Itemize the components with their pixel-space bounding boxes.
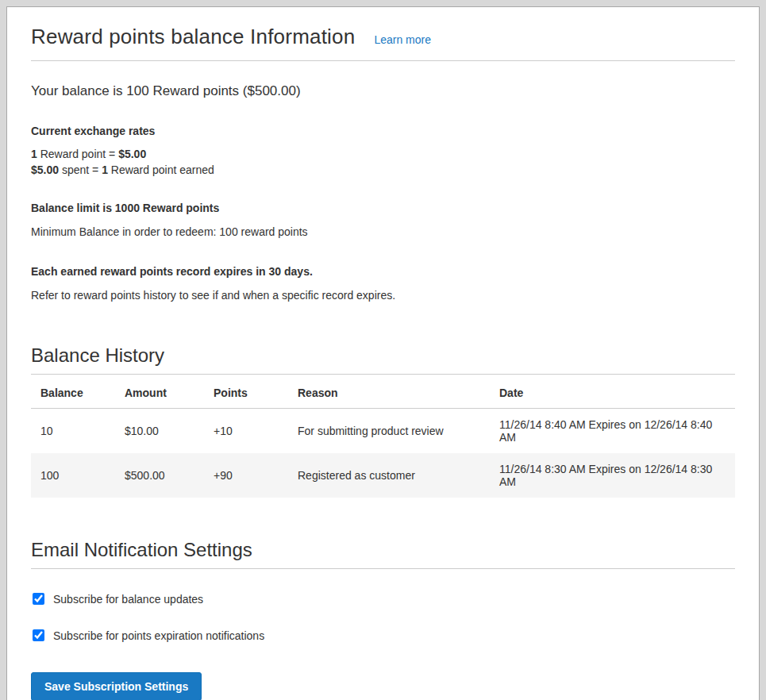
column-header-points: Points bbox=[204, 376, 288, 409]
rate2-amount: $5.00 bbox=[31, 163, 59, 176]
expiration-heading: Each earned reward points record expires… bbox=[31, 265, 735, 278]
rate1-text: Reward point = bbox=[37, 148, 118, 160]
points-expiration-option: Subscribe for points expiration notifica… bbox=[31, 629, 735, 642]
expiration-note: Refer to reward points history to see if… bbox=[31, 288, 735, 303]
cell-reason: Registered as customer bbox=[288, 453, 490, 498]
balance-limit-heading: Balance limit is 1000 Reward points bbox=[31, 202, 735, 214]
cell-date: 11/26/14 8:30 AM Expires on 12/26/14 8:3… bbox=[490, 453, 735, 498]
cell-points: +90 bbox=[204, 453, 288, 498]
rate2-text-1: spent = bbox=[59, 163, 102, 176]
cell-date: 11/26/14 8:40 AM Expires on 12/26/14 8:4… bbox=[490, 408, 735, 453]
balance-updates-checkbox[interactable] bbox=[33, 593, 44, 605]
column-header-reason: Reason bbox=[288, 376, 490, 409]
cell-amount: $500.00 bbox=[115, 453, 204, 498]
page-title: Reward points balance Information bbox=[31, 25, 355, 49]
table-row: 100 $500.00 +90 Registered as customer 1… bbox=[31, 453, 735, 498]
balance-history-heading: Balance History bbox=[31, 344, 735, 367]
cell-balance: 10 bbox=[31, 408, 115, 453]
rate2-text-2: Reward point earned bbox=[108, 163, 214, 176]
column-header-amount: Amount bbox=[115, 376, 204, 409]
points-expiration-label: Subscribe for points expiration notifica… bbox=[53, 629, 264, 642]
table-row: 10 $10.00 +10 For submitting product rev… bbox=[31, 408, 735, 453]
cell-amount: $10.00 bbox=[115, 408, 204, 453]
cell-balance: 100 bbox=[31, 453, 115, 498]
divider bbox=[31, 60, 735, 61]
cell-reason: For submitting product review bbox=[288, 408, 490, 453]
rate1-points: 1 bbox=[31, 148, 37, 160]
exchange-rate-line-2: $5.00 spent = 1 Reward point earned bbox=[31, 163, 735, 176]
cell-points: +10 bbox=[204, 408, 288, 453]
reward-points-card: Reward points balance Information Learn … bbox=[6, 6, 760, 700]
table-header: Balance Amount Points Reason Date bbox=[31, 376, 735, 409]
balance-history-table: Balance Amount Points Reason Date 10 $10… bbox=[31, 376, 735, 498]
divider bbox=[31, 568, 735, 569]
balance-summary: Your balance is 100 Reward points ($500.… bbox=[31, 83, 735, 99]
rate1-amount: $5.00 bbox=[118, 148, 146, 160]
save-subscription-settings-button[interactable]: Save Subscription Settings bbox=[31, 672, 202, 700]
rate2-points: 1 bbox=[102, 163, 108, 176]
page-header: Reward points balance Information Learn … bbox=[31, 25, 735, 49]
balance-updates-option: Subscribe for balance updates bbox=[31, 593, 735, 606]
divider bbox=[31, 374, 735, 375]
email-notification-settings-heading: Email Notification Settings bbox=[31, 539, 735, 561]
points-expiration-checkbox[interactable] bbox=[33, 629, 44, 641]
header-row: Balance Amount Points Reason Date bbox=[31, 376, 735, 409]
exchange-rate-line-1: 1 Reward point = $5.00 bbox=[31, 148, 735, 160]
column-header-balance: Balance bbox=[31, 376, 115, 409]
exchange-rates-heading: Current exchange rates bbox=[31, 125, 735, 137]
column-header-date: Date bbox=[490, 376, 735, 409]
learn-more-link[interactable]: Learn more bbox=[374, 33, 431, 46]
minimum-balance-note: Minimum Balance in order to redeem: 100 … bbox=[31, 225, 735, 240]
balance-updates-label: Subscribe for balance updates bbox=[53, 593, 203, 606]
